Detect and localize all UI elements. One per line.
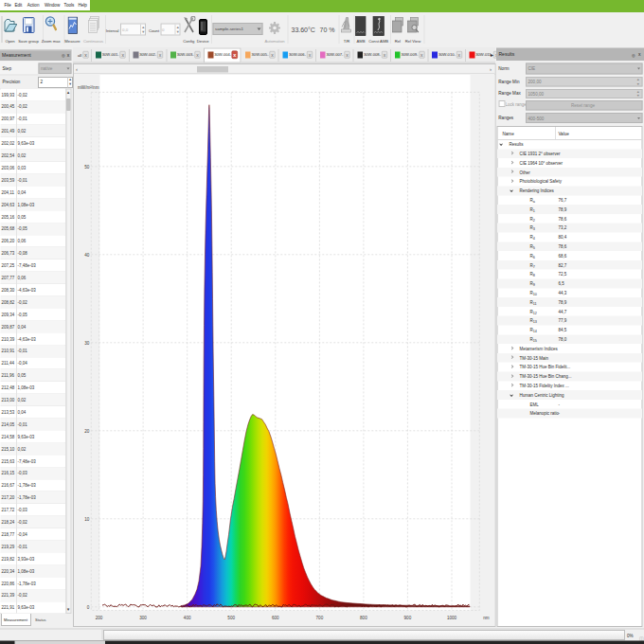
svg-text:mW/m²/nm: mW/m²/nm	[78, 85, 99, 90]
svg-text:200: 200	[96, 616, 103, 620]
svg-text:900: 900	[404, 616, 412, 620]
svg-text:500: 500	[227, 616, 235, 620]
svg-text:600: 600	[272, 616, 279, 620]
svg-text:300: 300	[139, 616, 147, 620]
svg-text:800: 800	[360, 616, 367, 620]
svg-text:30: 30	[84, 341, 90, 346]
svg-text:50: 50	[84, 165, 90, 170]
svg-text:1000: 1000	[447, 616, 457, 620]
svg-text:400: 400	[184, 616, 191, 620]
svg-text:20: 20	[84, 429, 90, 434]
svg-text:40: 40	[84, 253, 90, 258]
svg-text:10: 10	[84, 517, 90, 522]
svg-text:700: 700	[316, 616, 324, 620]
svg-text:0: 0	[87, 605, 90, 610]
svg-text:nm: nm	[483, 616, 490, 620]
